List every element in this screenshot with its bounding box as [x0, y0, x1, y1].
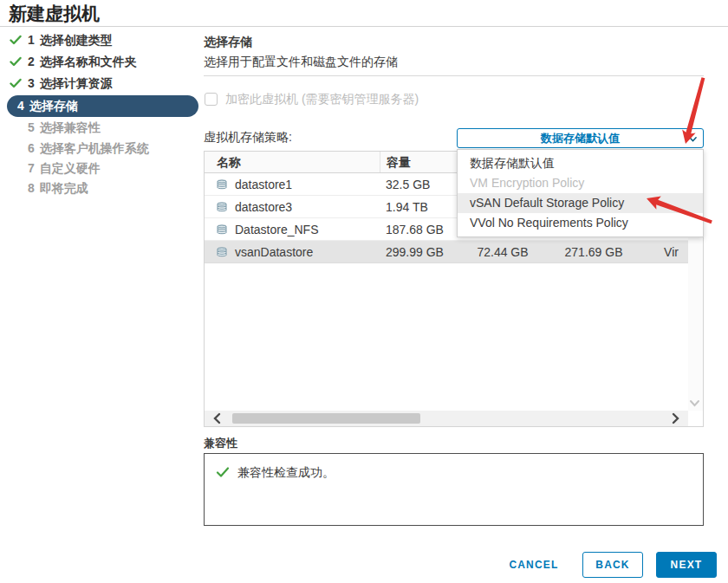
horizontal-scrollbar[interactable]: [205, 411, 688, 426]
wizard-step-customize-hardware: 7自定义硬件: [0, 158, 204, 178]
chevron-right-icon[interactable]: [669, 412, 681, 424]
datastore-capacity: 187.68 GB: [380, 218, 458, 240]
vm-storage-policy-label: 虚拟机存储策略:: [204, 130, 292, 146]
scrollbar-thumb[interactable]: [232, 413, 420, 424]
page-title: 新建虚拟机: [9, 2, 100, 26]
wizard-step-ready-to-complete: 8即将完成: [0, 178, 204, 198]
step-label: 选择创建类型: [40, 33, 113, 47]
step-number: 6: [28, 141, 35, 155]
chevron-down-icon: [689, 135, 697, 143]
datastore-icon: [216, 246, 228, 258]
datastore-free: 271.69 GB: [548, 241, 640, 262]
wizard-step-select-compute-resource[interactable]: 3选择计算资源: [0, 73, 204, 94]
storage-policy-selected-value: 数据存储默认值: [541, 132, 620, 145]
section-subheading: 选择用于配置文件和磁盘文件的存储: [204, 55, 398, 70]
datastore-name: datastore1: [235, 173, 292, 195]
wizard-step-select-compatibility: 5选择兼容性: [0, 117, 204, 138]
step-number: 3: [28, 76, 35, 90]
check-icon: [10, 77, 22, 89]
check-icon: [10, 34, 22, 46]
menu-item-vm-encryption-policy: VM Encryption Policy: [458, 173, 703, 193]
datastore-capacity: 32.5 GB: [380, 173, 458, 195]
storage-policy-menu: 数据存储默认值 VM Encryption Policy vSAN Defaul…: [457, 149, 704, 237]
section-divider: [204, 75, 704, 76]
step-number: 4: [17, 99, 24, 113]
section-heading: 选择存储: [204, 35, 252, 50]
storage-policy-dropdown[interactable]: 数据存储默认值: [457, 128, 704, 148]
chevron-left-icon[interactable]: [211, 412, 224, 424]
back-button[interactable]: BACK: [582, 552, 643, 578]
compatibility-box: 兼容性检查成功。: [204, 453, 704, 526]
new-vm-wizard-dialog: 新建虚拟机 1选择创建类型 2选择名称和文件夹 3选择计算资源 4选择存储 5选…: [0, 0, 728, 583]
compatibility-message: 兼容性检查成功。: [237, 465, 335, 481]
wizard-step-select-creation-type[interactable]: 1选择创建类型: [0, 29, 204, 50]
step-number: 2: [28, 55, 35, 68]
datastore-icon: [216, 178, 228, 191]
step-label: 选择客户机操作系统: [40, 141, 149, 155]
step-label: 即将完成: [40, 181, 88, 195]
title-divider: [0, 26, 728, 27]
menu-item-datastore-default[interactable]: 数据存储默认值: [458, 153, 703, 173]
scroll-down-icon[interactable]: [689, 399, 700, 408]
encrypt-vm-checkbox-label: 加密此虚拟机 (需要密钥管理服务器): [225, 92, 419, 107]
wizard-step-select-name-folder[interactable]: 2选择名称和文件夹: [0, 51, 204, 72]
cancel-button[interactable]: CANCEL: [501, 552, 567, 578]
datastore-name: datastore3: [235, 196, 292, 217]
column-header-capacity[interactable]: 容量: [380, 152, 458, 172]
encrypt-vm-checkbox[interactable]: [205, 93, 218, 106]
step-label: 选择兼容性: [40, 120, 101, 134]
check-icon: [10, 55, 22, 68]
datastore-capacity: 1.94 TB: [380, 196, 458, 217]
check-icon: [216, 465, 230, 479]
datastore-capacity: 299.99 GB: [380, 241, 458, 262]
step-number: 8: [28, 181, 35, 195]
step-number: 7: [28, 161, 35, 175]
menu-item-vsan-default-storage-policy[interactable]: vSAN Default Storage Policy: [458, 193, 703, 213]
step-label: 选择计算资源: [40, 76, 113, 90]
datastore-icon: [216, 223, 228, 236]
compatibility-label: 兼容性: [204, 436, 237, 451]
column-header-name[interactable]: 名称: [205, 152, 380, 172]
wizard-step-select-storage-active[interactable]: 4选择存储: [7, 95, 198, 117]
menu-item-vvol-no-requirements-policy[interactable]: VVol No Requirements Policy: [458, 213, 703, 233]
next-button[interactable]: NEXT: [656, 552, 717, 578]
step-number: 1: [28, 33, 35, 47]
datastore-provisioned: 72.44 GB: [458, 241, 548, 262]
wizard-step-select-guest-os: 6选择客户机操作系统: [0, 138, 204, 159]
datastore-icon: [216, 201, 228, 213]
step-label: 选择名称和文件夹: [40, 55, 137, 68]
step-label: 选择存储: [29, 99, 78, 113]
datastore-name: vsanDatastore: [235, 241, 313, 262]
datastore-name: Datastore_NFS: [235, 218, 318, 240]
step-number: 5: [28, 120, 35, 134]
table-row-vsandatastore-selected[interactable]: vsanDatastore 299.99 GB 72.44 GB 271.69 …: [205, 241, 703, 263]
step-label: 自定义硬件: [40, 161, 101, 175]
